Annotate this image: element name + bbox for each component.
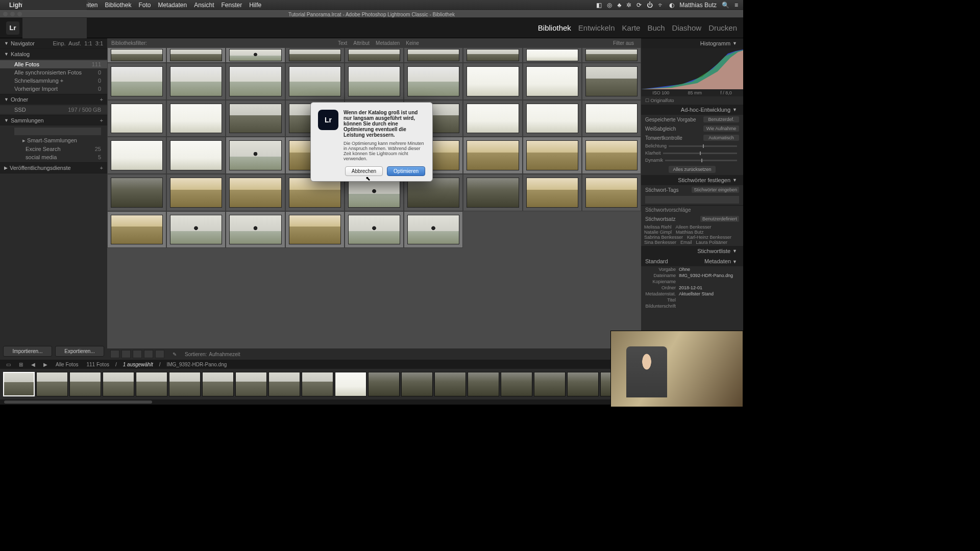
filmstrip-thumb[interactable] bbox=[434, 372, 466, 396]
window-controls[interactable] bbox=[3, 12, 22, 16]
grid-cell[interactable] bbox=[226, 137, 285, 174]
wb-select[interactable]: Wie Aufnahme bbox=[703, 126, 739, 132]
catalog-row[interactable]: Vorheriger Import0 bbox=[0, 85, 107, 93]
grid-cell[interactable] bbox=[463, 47, 522, 63]
filmstrip-thumb[interactable] bbox=[302, 372, 333, 396]
filmstrip-thumb[interactable] bbox=[103, 372, 134, 396]
collection-row[interactable]: social media5 bbox=[0, 153, 107, 161]
sort-value[interactable]: Aufnahmezeit bbox=[209, 352, 240, 357]
filmstrip-thumb[interactable] bbox=[335, 372, 366, 396]
menu-hilfe[interactable]: Hilfe bbox=[249, 2, 261, 9]
grid-cell[interactable] bbox=[285, 211, 345, 248]
painter-icon[interactable]: ✎ bbox=[173, 352, 177, 357]
drive-row[interactable]: SSD197 / 500 GB bbox=[0, 106, 107, 114]
grid-cell[interactable] bbox=[107, 137, 166, 174]
filmstrip-thumb[interactable] bbox=[534, 372, 566, 396]
clarity-slider[interactable]: Klarheit bbox=[641, 149, 743, 157]
menu-ansicht[interactable]: Ansicht bbox=[194, 2, 214, 9]
nav-fwd-icon[interactable]: ▶ bbox=[41, 362, 50, 367]
filmstrip-thumb[interactable] bbox=[401, 372, 433, 396]
collection-row[interactable]: Excire Search25 bbox=[0, 145, 107, 153]
status-icon[interactable]: ◐ bbox=[669, 2, 674, 9]
second-window-icon[interactable]: ▭ bbox=[4, 362, 13, 367]
grid-cell[interactable] bbox=[226, 100, 285, 137]
nav-back-icon[interactable]: ◀ bbox=[29, 362, 37, 367]
keyword-set-select[interactable]: Benutzerdefiniert bbox=[700, 216, 739, 222]
keywordlist-header[interactable]: Stichwortliste▼ bbox=[641, 246, 743, 256]
catalog-header[interactable]: ▼ Katalog bbox=[0, 49, 107, 59]
menu-foto[interactable]: Foto bbox=[138, 2, 151, 9]
grid-cell[interactable] bbox=[463, 100, 522, 137]
status-icon[interactable]: ◎ bbox=[607, 2, 612, 9]
catalog-row[interactable]: Alle Fotos111 bbox=[0, 60, 107, 68]
original-checkbox[interactable]: ☐ Originalfoto bbox=[641, 96, 743, 105]
publish-header[interactable]: ▶ Veröffentlichungsdienste + bbox=[0, 163, 107, 173]
grid-mode-icon[interactable] bbox=[110, 350, 119, 358]
module-buch[interactable]: Buch bbox=[647, 23, 665, 32]
filmstrip-thumb[interactable] bbox=[468, 372, 499, 396]
grid-cell[interactable] bbox=[345, 47, 404, 63]
status-icon[interactable]: ♣ bbox=[617, 2, 621, 9]
filmstrip-thumb[interactable] bbox=[3, 372, 35, 396]
export-button[interactable]: Exportieren... bbox=[55, 346, 104, 357]
filter-keine[interactable]: Keine bbox=[406, 40, 419, 46]
menu-bibliothek[interactable]: Bibliothek bbox=[105, 2, 131, 9]
source-label[interactable]: Alle Fotos bbox=[54, 362, 80, 367]
filmstrip-thumb[interactable] bbox=[136, 372, 167, 396]
filmstrip-thumb[interactable] bbox=[567, 372, 599, 396]
module-entwickeln[interactable]: Entwickeln bbox=[578, 23, 615, 32]
filmstrip-thumb[interactable] bbox=[36, 372, 68, 396]
grid-cell[interactable] bbox=[582, 137, 641, 174]
grid-cell[interactable] bbox=[582, 100, 641, 137]
import-button[interactable]: Importieren... bbox=[3, 346, 52, 357]
grid-cell[interactable] bbox=[107, 47, 166, 63]
grid-cell[interactable] bbox=[345, 211, 404, 248]
grid-icon[interactable]: ⊞ bbox=[17, 362, 25, 367]
keyword-tags-input[interactable]: Stichwörter eingeben bbox=[692, 187, 739, 193]
module-bibliothek[interactable]: Bibliothek bbox=[538, 23, 571, 32]
grid-cell[interactable] bbox=[463, 63, 522, 100]
filmstrip-thumb[interactable] bbox=[169, 372, 201, 396]
vibrance-slider[interactable]: Dynamik bbox=[641, 157, 743, 164]
exposure-slider[interactable]: Belichtung bbox=[641, 142, 743, 149]
grid-cell[interactable] bbox=[166, 47, 226, 63]
grid-cell[interactable] bbox=[582, 63, 641, 100]
compare-mode-icon[interactable] bbox=[133, 350, 142, 358]
grid-cell[interactable] bbox=[166, 174, 226, 211]
filter-lock[interactable]: Filter aus bbox=[613, 40, 634, 46]
grid-cell[interactable] bbox=[582, 47, 641, 63]
grid-cell[interactable] bbox=[166, 137, 226, 174]
collection-filter-input[interactable] bbox=[14, 128, 101, 135]
grid-cell[interactable] bbox=[582, 174, 641, 211]
people-mode-icon[interactable] bbox=[155, 350, 164, 358]
grid-cell[interactable] bbox=[523, 100, 582, 137]
grid-cell[interactable] bbox=[523, 137, 582, 174]
module-karte[interactable]: Karte bbox=[622, 23, 641, 32]
filmstrip-thumb[interactable] bbox=[501, 372, 532, 396]
grid-cell[interactable] bbox=[463, 137, 522, 174]
folders-header[interactable]: ▼ Ordner + bbox=[0, 94, 107, 105]
module-drucken[interactable]: Drucken bbox=[708, 23, 737, 32]
plus-icon[interactable]: + bbox=[100, 96, 103, 103]
status-icon[interactable]: ✲ bbox=[626, 2, 631, 9]
grid-cell[interactable] bbox=[226, 211, 285, 248]
grid-cell[interactable] bbox=[107, 174, 166, 211]
quickdev-header[interactable]: Ad-hoc-Entwicklung▼ bbox=[641, 105, 743, 115]
reset-button[interactable]: Alles zurücksetzen bbox=[669, 166, 715, 173]
menu-fenster[interactable]: Fenster bbox=[222, 2, 242, 9]
grid-cell[interactable] bbox=[107, 211, 166, 248]
grid-cell[interactable] bbox=[285, 47, 345, 63]
preset-select[interactable]: Benutzerdef. bbox=[703, 116, 739, 122]
filter-metadaten[interactable]: Metadaten bbox=[376, 40, 400, 46]
tone-select[interactable]: Automatisch bbox=[703, 135, 739, 141]
plus-icon[interactable]: + bbox=[100, 117, 103, 123]
filmstrip-thumb[interactable] bbox=[268, 372, 300, 396]
keywords-header[interactable]: Stichwörter festlegen▼ bbox=[641, 175, 743, 185]
grid-cell[interactable] bbox=[345, 63, 404, 100]
grid-cell[interactable] bbox=[166, 211, 226, 248]
search-icon[interactable]: 🔍 bbox=[722, 2, 729, 9]
plus-icon[interactable]: + bbox=[100, 165, 103, 171]
grid-cell[interactable] bbox=[226, 47, 285, 63]
nav-zoom[interactable]: Einp. Ausf. 1:1 3:1 bbox=[53, 40, 103, 46]
filmstrip-thumb[interactable] bbox=[202, 372, 234, 396]
